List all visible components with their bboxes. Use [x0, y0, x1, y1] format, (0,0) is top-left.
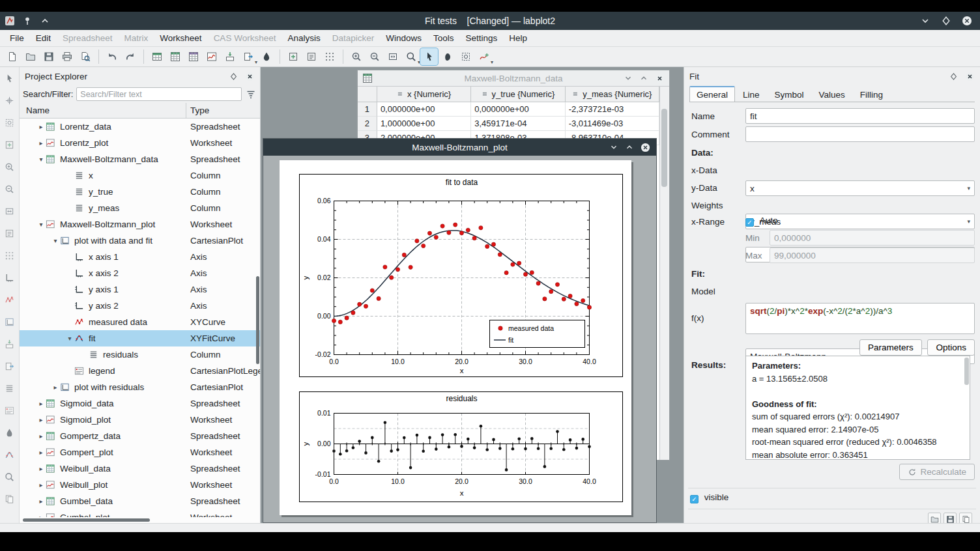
tree-row-sigmoid_data[interactable]: ▸Sigmoid_dataSpreadsheet: [20, 395, 260, 412]
copy-tool-button[interactable]: [3, 492, 17, 506]
color-fill-button[interactable]: [257, 48, 275, 65]
restore-window-icon[interactable]: [625, 143, 634, 152]
tree-expander-icon[interactable]: ▾: [51, 237, 60, 244]
worksheet-window[interactable]: Maxwell-Boltzmann_plot fit to data0.010.…: [263, 138, 657, 523]
tree-row-weibull_data[interactable]: ▸Weibull_dataSpreadsheet: [20, 460, 260, 477]
pin-icon[interactable]: [22, 16, 33, 26]
options-button[interactable]: Options: [927, 339, 975, 356]
tree-row-x-axis-1[interactable]: x axis 1Axis: [20, 249, 260, 265]
xdata-combobox[interactable]: x▾: [745, 180, 975, 196]
menu-tools[interactable]: Tools: [427, 31, 460, 45]
spreadsheet-cell[interactable]: -2,373721e-03: [566, 102, 659, 117]
tree-row-y-axis-2[interactable]: y axis 2Axis: [20, 298, 260, 314]
redo-button[interactable]: [121, 48, 139, 65]
minimize-window-icon[interactable]: [609, 143, 618, 152]
crosshair-tool-button[interactable]: [3, 93, 17, 107]
spreadsheet-cell[interactable]: 3,459171e-04: [471, 117, 565, 131]
tab-symbol[interactable]: Symbol: [768, 87, 811, 102]
tree-row-weibull_plot[interactable]: ▸Weibull_plotWorksheet: [20, 477, 260, 493]
import-tool-button[interactable]: [3, 337, 17, 351]
ydata-combobox[interactable]: y_meas▾: [745, 214, 975, 229]
tab-general[interactable]: General: [689, 86, 735, 102]
print-preview-button[interactable]: [76, 48, 94, 65]
parameters-button[interactable]: Parameters: [859, 339, 922, 356]
zoom-out-tool-button[interactable]: [3, 182, 17, 196]
tab-values[interactable]: Values: [812, 87, 852, 102]
menu-windows[interactable]: Windows: [380, 31, 427, 45]
spreadsheet-scrollbar[interactable]: [659, 87, 669, 460]
tree-row-legend[interactable]: legendCartesianPlotLegend: [20, 363, 260, 379]
navigate-mode-button[interactable]: [439, 48, 456, 65]
tree-row-plot-with-data-and-fit[interactable]: ▾plot with data and fitCartesianPlot: [20, 233, 260, 249]
auto-range-checkbox[interactable]: ✓: [745, 218, 754, 227]
zoom-out-button[interactable]: [366, 48, 383, 65]
new-project-button[interactable]: [3, 48, 21, 65]
open-project-button[interactable]: [22, 48, 39, 65]
tree-row-plot-with-residuals[interactable]: ▸plot with residualsCartesianPlot: [20, 379, 260, 395]
column-header-type[interactable]: Type: [186, 106, 260, 115]
plot-area-tool-button[interactable]: [3, 315, 17, 329]
spreadsheet-cell[interactable]: 0,000000e+00: [377, 102, 471, 117]
menu-edit[interactable]: Edit: [30, 31, 57, 45]
results-scrollbar[interactable]: [964, 358, 969, 385]
close-icon[interactable]: [962, 16, 972, 26]
zoom-in-button[interactable]: [347, 48, 365, 65]
tab-line[interactable]: Line: [736, 87, 767, 102]
tree-row-gompertz_data[interactable]: ▸Gompertz_dataSpreadsheet: [20, 428, 260, 444]
column-tool-button[interactable]: [3, 381, 17, 395]
undo-button[interactable]: [103, 48, 121, 65]
tree-expander-icon[interactable]: ▾: [36, 221, 46, 228]
tree-row-lorentz_plot[interactable]: ▸Lorentz_plotWorksheet: [20, 135, 260, 151]
filter-options-icon[interactable]: [245, 89, 257, 100]
worksheet-page[interactable]: fit to data0.010.020.030.040.0-0.020.000…: [280, 160, 631, 515]
minimize-window-icon[interactable]: [624, 74, 633, 83]
zoom-fit-button[interactable]: [384, 48, 401, 65]
tree-expander-icon[interactable]: ▸: [36, 416, 46, 423]
add-plot-button[interactable]: [284, 48, 302, 65]
curve-tool-button[interactable]: [3, 292, 17, 307]
text-label-tool-button[interactable]: [3, 226, 17, 240]
tree-row-fit[interactable]: ▾fitXYFitCurve: [20, 330, 260, 346]
new-spreadsheet-button[interactable]: [166, 48, 184, 65]
zoom-fit-tool-button[interactable]: [3, 204, 17, 218]
legend-tool-button[interactable]: [3, 403, 17, 417]
export-tool-button[interactable]: [3, 359, 17, 373]
float-dock-icon[interactable]: [229, 72, 238, 81]
tree-expander-icon[interactable]: ▾: [36, 156, 46, 163]
export-data-button[interactable]: ▾: [239, 48, 257, 65]
menu-worksheet[interactable]: Worksheet: [154, 31, 207, 45]
tree-row-maxwell-boltzmann_data[interactable]: ▾Maxwell-Boltzmann_dataSpreadsheet: [20, 151, 260, 167]
axis-tool-button[interactable]: [3, 270, 17, 285]
tree-expander-icon[interactable]: ▸: [36, 123, 46, 130]
close-window-icon[interactable]: [655, 74, 665, 83]
print-button[interactable]: [58, 48, 76, 65]
zoom-in-tool-button[interactable]: [3, 160, 17, 174]
tree-expander-icon[interactable]: ▸: [36, 498, 46, 505]
fit-tool-button[interactable]: [3, 447, 17, 462]
max-input[interactable]: [770, 247, 975, 263]
theme-tool-button[interactable]: [3, 425, 17, 440]
formula-editor[interactable]: sqrt(2/pi)*x^2*exp(-x^2/(2*a^2))/a^3: [745, 303, 975, 334]
shade-window-icon[interactable]: [40, 16, 50, 26]
spreadsheet-cell[interactable]: 0,000000e+00: [471, 102, 565, 117]
spreadsheet-cell[interactable]: -3,011469e-03: [566, 117, 659, 131]
tree-expander-icon[interactable]: ▸: [36, 432, 46, 440]
spreadsheet-column-header[interactable]: y_meas {Numeric}: [566, 87, 659, 102]
grid-tool-button[interactable]: [3, 248, 17, 262]
visible-checkbox[interactable]: ✓: [690, 495, 699, 503]
tree-row-y_meas[interactable]: y_measColumn: [20, 200, 260, 216]
select-tool-button[interactable]: [3, 71, 17, 85]
tree-row-gompert_plot[interactable]: ▸Gompert_plotWorksheet: [20, 444, 260, 460]
menu-settings[interactable]: Settings: [460, 31, 504, 45]
menu-analysis[interactable]: Analysis: [281, 31, 326, 45]
tree-row-gumbel_data[interactable]: ▸Gumbel_dataSpreadsheet: [20, 493, 260, 509]
horizontal-scrollbar[interactable]: [23, 518, 150, 522]
float-dock-icon[interactable]: [949, 72, 958, 81]
tree-row-residuals[interactable]: residualsColumn: [20, 346, 260, 363]
new-workbook-button[interactable]: [148, 48, 166, 65]
tree-expander-icon[interactable]: ▸: [51, 384, 60, 391]
tree-row-x[interactable]: xColumn: [20, 167, 260, 184]
menu-help[interactable]: Help: [503, 31, 533, 45]
save-project-button[interactable]: [40, 48, 57, 65]
close-window-icon[interactable]: [641, 143, 650, 152]
